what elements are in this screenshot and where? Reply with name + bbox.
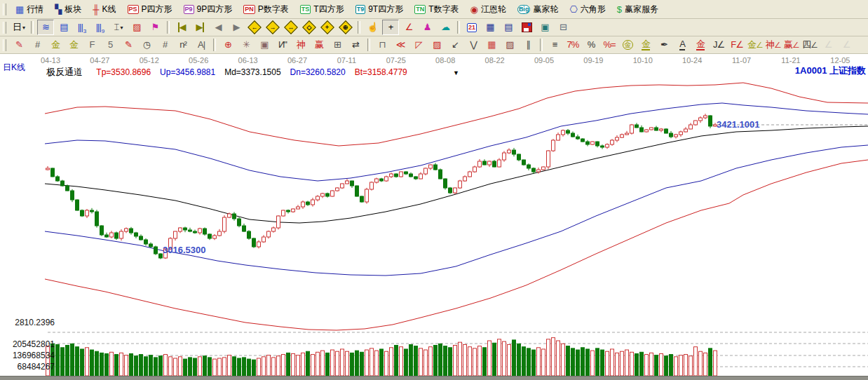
candle-body (292, 209, 295, 212)
draw-f-grid-button[interactable]: F (83, 37, 100, 53)
toolbar-grip[interactable] (3, 39, 6, 51)
minute-3-chart-button[interactable]: |||3 (74, 20, 90, 35)
menu-9p-square[interactable]: P99P四方形 (178, 2, 238, 17)
draw-ying-angle-button[interactable]: 赢∠ (783, 37, 800, 53)
draw-gold-underline-button[interactable]: 金 (692, 37, 709, 53)
draw-grid-123-button[interactable]: ⊞ (329, 37, 346, 53)
menu-t-square[interactable]: TST四方形 (294, 2, 350, 17)
move-diamond-button[interactable]: ⊕ (337, 20, 354, 35)
draw-gold-grid2-button[interactable]: 金 (65, 37, 82, 53)
last-page-button[interactable]: ▶ (191, 20, 208, 35)
menu-p-digit-table[interactable]: PNP数字表 (238, 2, 294, 17)
draw-circle-cross-button[interactable]: ⊕ (219, 37, 236, 53)
next-page-button[interactable]: ▶ (228, 20, 245, 35)
draw-percent-button[interactable]: % (583, 37, 599, 53)
menu-p-square[interactable]: PSP四方形 (122, 2, 178, 17)
center-diamond-button[interactable]: + (319, 20, 336, 35)
prev-page-button[interactable]: ◀ (210, 20, 226, 35)
period-day-dropdown[interactable]: 日▾ (11, 20, 27, 35)
notes-button[interactable]: ▤ (500, 20, 517, 35)
draw-f-angle-button[interactable]: F∠ (728, 37, 745, 53)
draw-k-mark-button[interactable]: И" (274, 37, 291, 53)
draw-n2-button-icon: n² (179, 40, 187, 50)
draw-grid-button[interactable]: # (29, 37, 46, 53)
volume-bar (233, 357, 236, 376)
first-page-button[interactable]: ◀ (173, 20, 190, 35)
draw-angle-disabled-1[interactable]: ∠ (820, 37, 836, 53)
trend-chart-button[interactable]: ≋ (37, 20, 54, 35)
cloud-tool-button[interactable]: ☁ (437, 20, 454, 35)
draw-5-grid-button[interactable]: 5 (102, 37, 118, 53)
calculator-button[interactable]: ▦ (482, 20, 499, 35)
draw-gold-circle-button[interactable]: 金 (619, 37, 636, 53)
draw-clock-button[interactable]: ◷ (138, 37, 155, 53)
draw-fan-box-button[interactable]: ◸ (410, 37, 427, 53)
draw-ying-button[interactable]: 赢 (311, 37, 327, 53)
chip-distribution-button[interactable]: ▨ (128, 20, 145, 35)
candle-body (488, 161, 491, 165)
indicator-flag-button[interactable]: ⚑ (147, 20, 163, 35)
draw-percent7-button[interactable]: 7% (564, 37, 581, 53)
draw-price-scale-button[interactable]: ≡ (546, 37, 563, 53)
menu-sectors[interactable]: ▚板块 (49, 2, 87, 17)
toolbar-separator (213, 39, 216, 51)
draw-angle-disabled-2[interactable]: ∠ (838, 37, 855, 53)
candle-body (115, 233, 118, 238)
shrink-right-diamond-button[interactable]: → (264, 20, 281, 35)
menu-t-digit-table[interactable]: TNT数字表 (409, 2, 464, 17)
expand-diamond-button[interactable]: ↔ (283, 20, 299, 35)
menu-winner-service[interactable]: $赢家服务 (611, 2, 664, 17)
draw-span-arrows-button[interactable]: ⇄ (347, 37, 364, 53)
toolbar-grip[interactable] (3, 22, 6, 34)
toolbar-grip[interactable] (3, 4, 6, 15)
draw-shen-angle-button[interactable]: 神∠ (765, 37, 782, 53)
draw-small-grid-button[interactable]: # (156, 37, 173, 53)
draw-si-angle-button[interactable]: 四∠ (801, 37, 818, 53)
draw-percent-line-button[interactable]: %= (601, 37, 618, 53)
shrink-left-diamond-button[interactable]: ← (246, 20, 263, 35)
draw-parallel-button[interactable]: ∥ (520, 37, 536, 53)
draw-diag-grid-button[interactable]: ▨ (501, 37, 518, 53)
draw-pen-button[interactable]: ✎ (11, 37, 27, 53)
draw-red-pen-button[interactable]: ✎ (120, 37, 137, 53)
draw-shen-button[interactable]: 神 (292, 37, 309, 53)
draw-a-channel-button[interactable]: A (674, 37, 691, 53)
minute-9-chart-button[interactable]: |||9 (92, 20, 109, 35)
print-button[interactable]: ⊟ (555, 20, 571, 35)
draw-gold-channel-button[interactable]: 金 (637, 37, 654, 53)
menu-9t-square[interactable]: T99T四方形 (350, 2, 409, 17)
draw-red-grid-button[interactable]: ▦ (483, 37, 500, 53)
draw-ink-pen-button[interactable]: ✒ (656, 37, 672, 53)
kline-chart-canvas[interactable] (0, 54, 868, 380)
menu-winner-wheel[interactable]: Big赢家轮 (512, 2, 564, 17)
draw-gold-angle-button[interactable]: 金∠ (747, 37, 764, 53)
menu-quotes[interactable]: ▦行情 (10, 2, 49, 17)
gann-shape-tool-button[interactable]: ♟ (419, 20, 435, 35)
save-button[interactable] (518, 20, 535, 35)
draw-n2-button[interactable]: n² (175, 37, 191, 53)
draw-zigzag-button[interactable]: ⋁ (465, 37, 482, 53)
quote-list-button[interactable]: ▤ (55, 20, 72, 35)
draw-a-line-button[interactable]: A| (193, 37, 210, 53)
angle-tool-button[interactable]: ∠ (400, 20, 417, 35)
bottom-scroll-strip[interactable] (0, 376, 868, 380)
candle-style-dropdown[interactable]: ⌶▾ (110, 20, 127, 35)
menu-gann-wheel[interactable]: ◉江恩轮 (465, 2, 512, 17)
draw-star-circle-button[interactable]: ✳ (238, 37, 255, 53)
draw-arrow-lines-button[interactable]: ↙ (447, 37, 463, 53)
draw-gold-grid-button[interactable]: 金 (47, 37, 64, 53)
menu-kline[interactable]: ╫K线 (87, 2, 121, 17)
export-button[interactable]: ▣ (536, 20, 553, 35)
menu-hexagon[interactable]: ⎔六角形 (564, 2, 611, 17)
volume-bar (316, 352, 320, 376)
draw-box-button[interactable]: ⊓ (374, 37, 391, 53)
draw-j-angle-button[interactable]: J∠ (710, 37, 727, 53)
draw-shaded-box-button[interactable]: ▨ (428, 37, 445, 53)
draw-square-target-button[interactable]: ▣ (256, 37, 273, 53)
crosshair-tool-button[interactable]: + (382, 20, 399, 35)
compress-diamond-button[interactable]: ◇ (301, 20, 318, 35)
hand-tool-button[interactable]: ☝ (364, 20, 381, 35)
calendar-button[interactable]: 21 (463, 20, 480, 35)
draw-grid-123-button-icon: ⊞ (334, 40, 341, 50)
draw-gann-fan-button[interactable]: ≪ (392, 37, 409, 53)
